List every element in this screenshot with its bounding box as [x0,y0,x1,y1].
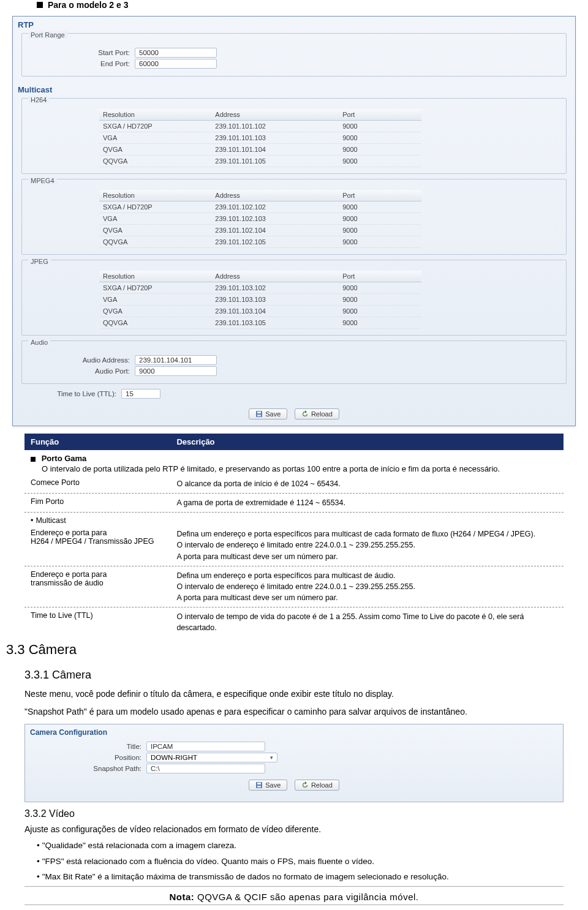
save-icon [255,410,263,418]
col-res: Resolution [99,190,211,201]
ttl-value[interactable]: 15 [121,389,160,399]
cell-port: 9000 [339,201,421,212]
cell-addr: 239.101.103.102 [211,282,339,293]
nota-text: QQVGA & QCIF são apenas para vigilância … [194,892,418,902]
rtp-multicast-panel: RTP Port Range Start Port: 50000 End Por… [12,16,576,426]
chevron-down-icon: ▾ [270,754,273,761]
cc-position-select[interactable]: DOWN-RIGHT ▾ [146,753,277,762]
audio-addr-desc1: Defina um endereço e porta específicos p… [176,570,557,581]
audio-addr-label: Audio Address: [26,356,135,364]
dot-icon: • [37,872,40,881]
end-port-value[interactable]: 60000 [135,59,217,69]
reload-button-2[interactable]: Reload [295,780,339,791]
table-row: SXGA / HD720P239.101.101.1029000 [99,121,421,132]
reload-button[interactable]: Reload [295,408,339,419]
fim-porto-label: Fim Porto [24,497,170,508]
cell-res: QQVGA [99,317,211,328]
save-label: Save [265,781,281,789]
save-label: Save [265,410,281,418]
svg-rect-5 [257,786,261,788]
start-port-value[interactable]: 50000 [135,48,217,58]
mpeg4-fieldset: MPEG4 Resolution Address Port SXGA / HD7… [21,179,567,255]
cell-port: 9000 [339,144,421,155]
h264-fieldset: H264 Resolution Address Port SXGA / HD72… [21,98,567,174]
cell-res: QVGA [99,225,211,236]
save-icon [255,781,263,789]
cell-addr: 239.101.101.105 [211,156,339,167]
comece-porto-desc: O alcance da porta de início é de 1024 ~… [170,478,564,489]
cell-res: QVGA [99,144,211,155]
cc-snapshot-value[interactable]: C:\ [146,764,265,773]
col-res: Resolution [99,109,211,120]
reload-icon [301,781,309,789]
audio-addr-value[interactable]: 239.101.104.101 [135,355,217,365]
mpeg4-legend: MPEG4 [28,177,57,184]
cell-port: 9000 [339,225,421,236]
audio-port-label: Audio Port: [26,367,135,375]
audio-port-value[interactable]: 9000 [135,366,217,376]
cell-res: QVGA [99,306,211,317]
cell-res: SXGA / HD720P [99,201,211,212]
cell-res: QQVGA [99,156,211,167]
col-port: Port [339,271,421,282]
ttl-desc-value: O intervalo de tempo de vida do pacote é… [170,611,564,633]
cc-title-value[interactable]: IPCAM [146,742,265,751]
table-row: SXGA / HD720P239.101.103.1029000 [99,282,421,294]
desc-col-funcao: Função [24,434,170,450]
dot-icon: • [37,857,40,866]
cell-port: 9000 [339,236,421,247]
table-row: QQVGA239.101.103.1059000 [99,317,421,329]
save-button-2[interactable]: Save [249,780,287,791]
svg-rect-4 [257,783,261,784]
svg-rect-1 [257,412,261,413]
col-port: Port [339,109,421,120]
cc-snapshot-label: Snapshot Path: [25,765,146,772]
port-range-fieldset: Port Range Start Port: 50000 End Port: 6… [21,33,567,77]
col-port: Port [339,190,421,201]
divider [24,904,564,905]
table-row: QVGA239.101.101.1049000 [99,144,421,156]
multicast-label: Multicast [36,516,66,525]
audio-fieldset: Audio Audio Address: 239.101.104.101 Aud… [21,340,567,384]
cc-position-value: DOWN-RIGHT [151,754,197,761]
cell-port: 9000 [339,121,421,132]
h264-table: Resolution Address Port SXGA / HD720P239… [99,109,421,167]
cell-addr: 239.101.103.103 [211,294,339,305]
cell-port: 9000 [339,294,421,305]
p-331-1: Neste menu, você pode definir o título d… [0,685,588,702]
reload-label: Reload [311,410,333,418]
port-range-legend: Port Range [28,31,67,39]
description-table: Função Descrição Porto Gama O intervalo … [24,434,564,637]
bullet-maxbitrate: "Max Bit Rate" é a limitação máxima de t… [42,872,449,881]
cell-res: VGA [99,132,211,143]
camera-config-title: Camera Configuration [25,724,563,740]
porto-gama-desc: O intervalo de porta utilizada pelo RTP … [31,463,557,473]
bullet-square [37,2,43,8]
comece-porto-label: Comece Porto [24,478,170,489]
table-row: QQVGA239.101.102.1059000 [99,236,421,248]
mpeg4-table: Resolution Address Port SXGA / HD720P239… [99,190,421,248]
reload-icon [301,410,309,418]
bullet-qualidade: "Qualidade" está relacionada com a image… [42,841,236,850]
audio-legend: Audio [28,339,50,346]
section-33: 3.3 Câmera [0,637,588,660]
audio-addr-label2: Endereço e porta para transmissão de áud… [24,570,170,603]
cell-addr: 239.101.102.102 [211,201,339,212]
cell-addr: 239.101.103.105 [211,317,339,328]
ttl-label: Time to Live (TTL): [21,390,121,397]
porto-gama-label: Porto Gama [42,454,87,463]
cell-port: 9000 [339,317,421,328]
table-row: VGA239.101.101.1039000 [99,132,421,144]
reload-label: Reload [311,781,333,789]
save-button[interactable]: Save [249,408,287,419]
cell-addr: 239.101.102.105 [211,236,339,247]
ttl-desc-label: Time to Live (TTL) [24,611,170,633]
cc-title-label: Title: [25,743,146,750]
divider [24,886,564,887]
table-row: VGA239.101.103.1039000 [99,294,421,306]
cell-res: SXGA / HD720P [99,121,211,132]
svg-rect-2 [257,415,261,416]
cell-addr: 239.101.102.103 [211,213,339,224]
start-port-label: Start Port: [26,49,135,56]
cell-res: SXGA / HD720P [99,282,211,293]
